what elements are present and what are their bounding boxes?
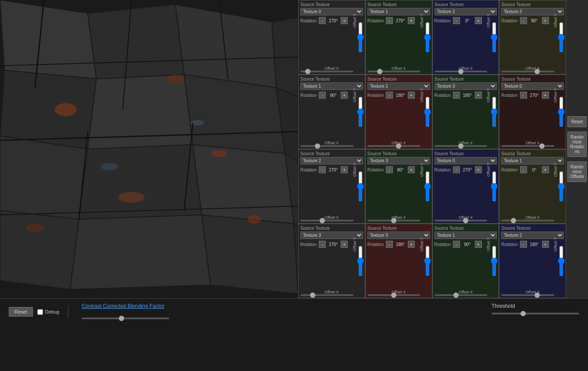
- offset-x-slider-r2-c1[interactable]: [367, 220, 421, 221]
- offset-x-slider-r0-c2[interactable]: [435, 71, 488, 72]
- rotation-minus-btn[interactable]: -: [386, 92, 393, 99]
- rotation-minus-btn[interactable]: -: [453, 241, 460, 248]
- rotation-minus-btn[interactable]: -: [520, 92, 527, 99]
- tile-r1-c0: Source Texture Texture 0Texture 1Texture…: [298, 75, 365, 149]
- rotation-plus-btn[interactable]: +: [542, 17, 549, 24]
- offset-y-slider-r2-c2[interactable]: [491, 171, 497, 202]
- randomize-offsets-button[interactable]: Randomize Offsets: [567, 161, 587, 182]
- offset-x-slider-r1-c1[interactable]: [367, 145, 421, 147]
- rotation-plus-btn[interactable]: +: [408, 166, 415, 173]
- offset-x-slider-r2-c3[interactable]: [501, 220, 554, 221]
- offset-y-slider-r1-c1[interactable]: [424, 96, 431, 127]
- offset-y-slider-r3-c0[interactable]: [357, 246, 363, 276]
- offset-y-slider-r3-c1[interactable]: [424, 246, 431, 276]
- rotation-plus-btn[interactable]: +: [341, 17, 348, 24]
- offset-y-slider-r0-c1[interactable]: [424, 22, 431, 53]
- rotation-minus-btn[interactable]: -: [319, 17, 326, 24]
- offset-y-slider-r0-c3[interactable]: [558, 22, 564, 53]
- rotation-minus-btn[interactable]: -: [319, 166, 326, 173]
- rotation-plus-btn[interactable]: +: [341, 92, 348, 99]
- rotation-value: 90°: [461, 242, 474, 247]
- offset-x-slider-r1-c0[interactable]: [300, 145, 353, 147]
- rotation-minus-btn[interactable]: -: [453, 92, 460, 99]
- tile-label: Source Texture: [300, 151, 363, 156]
- rotation-minus-btn[interactable]: -: [386, 17, 393, 24]
- rotation-plus-btn[interactable]: +: [408, 241, 415, 248]
- offset-y-slider-r1-c3[interactable]: [558, 96, 564, 127]
- offset-x-slider-r0-c1[interactable]: [367, 71, 421, 72]
- rotation-plus-btn[interactable]: +: [341, 166, 348, 173]
- offset-x-row: Offset X: [435, 290, 497, 296]
- offset-y-slider-r3-c3[interactable]: [558, 246, 564, 276]
- randomize-rotations-button[interactable]: Randomize Rotations: [567, 132, 587, 157]
- threshold-slider[interactable]: [492, 313, 579, 314]
- tile-r1-c1: Source Texture Texture 0Texture 1Texture…: [365, 75, 432, 149]
- rotation-plus-btn[interactable]: +: [542, 166, 549, 173]
- rotation-minus-btn[interactable]: -: [319, 241, 326, 248]
- rotation-plus-btn[interactable]: +: [408, 17, 415, 24]
- rotation-minus-btn[interactable]: -: [520, 17, 527, 24]
- offset-x-slider-r1-c2[interactable]: [435, 145, 488, 147]
- tile-r2-c1: Source Texture Texture 0Texture 1Texture…: [365, 149, 432, 224]
- offset-y-slider-r2-c0[interactable]: [357, 171, 363, 202]
- debug-checkbox[interactable]: [37, 309, 43, 315]
- offset-x-slider-r1-c3[interactable]: [501, 145, 554, 147]
- tile-r3-c0: Source Texture Texture 0Texture 1Texture…: [298, 224, 365, 298]
- offset-y-slider-container: [491, 84, 498, 140]
- rotation-value: 0°: [461, 18, 474, 23]
- rotation-minus-btn[interactable]: -: [319, 92, 326, 99]
- rotation-minus-btn[interactable]: -: [520, 241, 527, 248]
- offset-x-slider-r3-c2[interactable]: [435, 294, 488, 296]
- offset-x-slider-r3-c3[interactable]: [501, 294, 554, 296]
- svg-marker-9: [0, 136, 88, 219]
- bottom-reset-button[interactable]: Reset: [9, 307, 33, 317]
- tile-label: Source Texture: [501, 226, 564, 231]
- rotation-plus-btn[interactable]: +: [475, 166, 482, 173]
- offset-x-slider-r3-c0[interactable]: [300, 294, 353, 296]
- offset-y-slider-r2-c1[interactable]: [424, 171, 431, 202]
- offset-y-slider-r0-c2[interactable]: [491, 22, 497, 53]
- rotation-value: 180°: [394, 242, 406, 247]
- rotation-plus-btn[interactable]: +: [542, 92, 549, 99]
- tile-r1-c2: Source Texture Texture 0Texture 1Texture…: [432, 75, 499, 149]
- offset-y-slider-container: [357, 158, 364, 214]
- svg-marker-13: [0, 210, 79, 289]
- offset-y-label: Offset Y: [353, 14, 357, 28]
- reset-button[interactable]: Reset: [567, 116, 587, 127]
- offset-y-slider-r1-c2[interactable]: [491, 96, 497, 127]
- offset-x-slider-r0-c3[interactable]: [501, 71, 554, 72]
- preview-image: [0, 0, 298, 298]
- offset-y-slider-r0-c0[interactable]: [357, 22, 363, 53]
- rotation-label: Rotation: [300, 18, 317, 23]
- blending-slider[interactable]: [82, 317, 169, 319]
- offset-x-row: Offset X: [501, 215, 564, 221]
- rotation-plus-btn[interactable]: +: [542, 241, 549, 248]
- rotation-label: Rotation: [435, 242, 451, 247]
- rotation-minus-btn[interactable]: -: [453, 166, 460, 173]
- offset-y-slider-r1-c0[interactable]: [357, 96, 363, 127]
- rotation-plus-btn[interactable]: +: [475, 17, 482, 24]
- rotation-plus-btn[interactable]: +: [408, 92, 415, 99]
- rotation-minus-btn[interactable]: -: [520, 166, 527, 173]
- offset-y-slider-container: [424, 158, 431, 214]
- tile-label: Source Texture: [367, 77, 430, 82]
- offset-y-slider-container: [558, 233, 565, 289]
- rotation-minus-btn[interactable]: -: [386, 166, 393, 173]
- tile-r2-c3: Source Texture Texture 0Texture 1Texture…: [499, 149, 566, 224]
- offset-x-slider-r2-c0[interactable]: [300, 220, 353, 221]
- offset-y-slider-r3-c2[interactable]: [491, 246, 497, 276]
- rotation-value: 90°: [528, 18, 541, 23]
- rotation-plus-btn[interactable]: +: [475, 241, 482, 248]
- blending-label[interactable]: Contrast Corrected Blending Factor: [82, 303, 483, 309]
- rotation-plus-btn[interactable]: +: [341, 241, 348, 248]
- rotation-value: 270°: [327, 242, 339, 247]
- tile-label: Source Texture: [501, 77, 564, 82]
- offset-x-slider-r3-c1[interactable]: [367, 294, 421, 296]
- rotation-minus-btn[interactable]: -: [453, 17, 460, 24]
- offset-x-row: Offset X: [367, 215, 430, 221]
- rotation-plus-btn[interactable]: +: [475, 92, 482, 99]
- offset-x-slider-r2-c2[interactable]: [435, 220, 488, 221]
- offset-y-slider-r2-c3[interactable]: [558, 171, 564, 202]
- offset-x-slider-r0-c0[interactable]: [300, 71, 353, 72]
- rotation-minus-btn[interactable]: -: [386, 241, 393, 248]
